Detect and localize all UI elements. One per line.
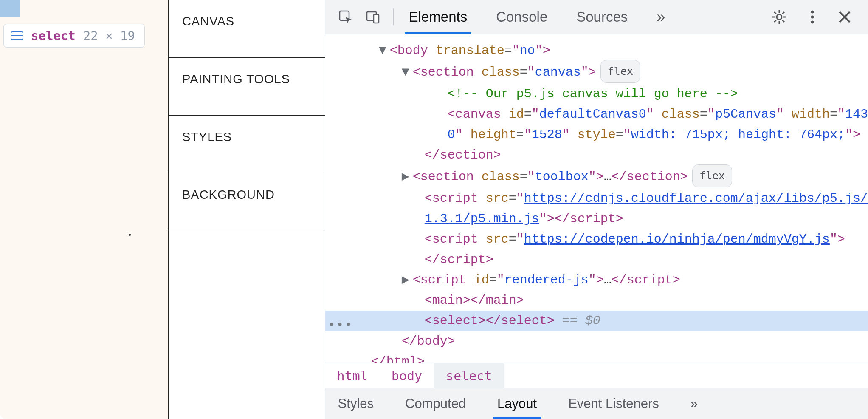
crumb-select[interactable]: select [434, 363, 504, 388]
inspector-tooltip: select 22 × 19 [3, 24, 145, 48]
dom-row[interactable]: ▼<body translate="no"> [325, 40, 868, 61]
flex-badge[interactable]: flex [692, 164, 732, 187]
svg-line-12 [774, 20, 776, 23]
subtab-layout[interactable]: Layout [495, 388, 539, 419]
tab-console[interactable]: Console [494, 0, 549, 34]
svg-point-5 [777, 14, 782, 20]
subtab-event-listeners[interactable]: Event Listeners [566, 388, 662, 419]
svg-point-14 [811, 11, 814, 14]
dom-row[interactable]: </html> [325, 351, 868, 363]
dom-row[interactable]: </script> [325, 249, 868, 270]
flex-badge[interactable]: flex [600, 60, 640, 83]
svg-rect-4 [374, 14, 379, 23]
styles-toolbar: Styles Computed Layout Event Listeners » [325, 388, 868, 419]
dom-row[interactable]: <canvas id="defaultCanvas0" class="p5Can… [325, 104, 868, 125]
dom-row[interactable]: <main></main> [325, 290, 868, 311]
toolbox-item-styles[interactable]: STYLES [169, 116, 325, 173]
toolbox-item-background[interactable]: BACKGROUND [169, 173, 325, 231]
dom-row[interactable]: ▶<script id="rendered-js">…</script> [325, 270, 868, 290]
kebab-icon[interactable] [810, 10, 814, 24]
crumb-body[interactable]: body [380, 363, 434, 388]
element-highlight [0, 0, 20, 17]
dom-row-selected[interactable]: ••• <select></select> == $0 [325, 311, 868, 331]
toolbar-separator [393, 8, 394, 25]
devtools-toolbar: Elements Console Sources » [325, 0, 868, 34]
breadcrumb: html body select [325, 363, 868, 388]
dom-row[interactable]: 1.3.1/p5.min.js"></script> [325, 209, 868, 229]
subtab-computed[interactable]: Computed [403, 388, 468, 419]
subtabs-overflow-icon[interactable]: » [688, 388, 700, 419]
subtab-styles[interactable]: Styles [335, 388, 376, 419]
dom-row[interactable]: <script src="https://codepen.io/ninhja/p… [325, 229, 868, 249]
dom-row[interactable]: </body> [325, 331, 868, 351]
svg-line-13 [783, 12, 785, 14]
dom-tree[interactable]: ▼<body translate="no"> ▼<section class="… [325, 34, 868, 363]
dom-row[interactable]: </section> [325, 145, 868, 165]
tab-elements[interactable]: Elements [407, 0, 469, 34]
tooltip-tag: select [31, 28, 76, 43]
svg-line-10 [774, 12, 776, 14]
devtools-panel: Elements Console Sources » ▼<body transl [325, 0, 868, 419]
grid-icon [11, 30, 23, 42]
tabs-overflow-icon[interactable]: » [655, 0, 667, 34]
toolbox-item-canvas[interactable]: CANVAS [169, 0, 325, 58]
dom-row[interactable]: <script src="https://cdnjs.cloudflare.co… [325, 188, 868, 209]
inspect-icon[interactable] [338, 9, 353, 25]
dom-row[interactable]: <!-- Our p5.js canvas will go here --> [325, 84, 868, 104]
dom-row[interactable]: 0" height="1528" style="width: 715px; he… [325, 125, 868, 145]
svg-point-16 [811, 21, 814, 24]
crumb-html[interactable]: html [325, 363, 380, 388]
toolbox-panel: CANVAS PAINTING TOOLS STYLES BACKGROUND [168, 0, 325, 419]
preview-pane: select 22 × 19 [0, 0, 168, 419]
tab-sources[interactable]: Sources [575, 0, 629, 34]
cursor-dot [129, 234, 131, 236]
svg-line-11 [783, 20, 785, 23]
dom-row[interactable]: ▼<section class="canvas">flex [325, 61, 868, 84]
svg-point-15 [811, 16, 814, 19]
toolbox-item-painting-tools[interactable]: PAINTING TOOLS [169, 58, 325, 116]
dom-row[interactable]: ▶<section class="toolbox">…</section>fle… [325, 165, 868, 188]
tooltip-dimensions: 22 × 19 [83, 28, 135, 43]
close-icon[interactable] [838, 11, 851, 23]
gear-icon[interactable] [772, 10, 786, 24]
device-toggle-icon[interactable] [365, 9, 380, 25]
